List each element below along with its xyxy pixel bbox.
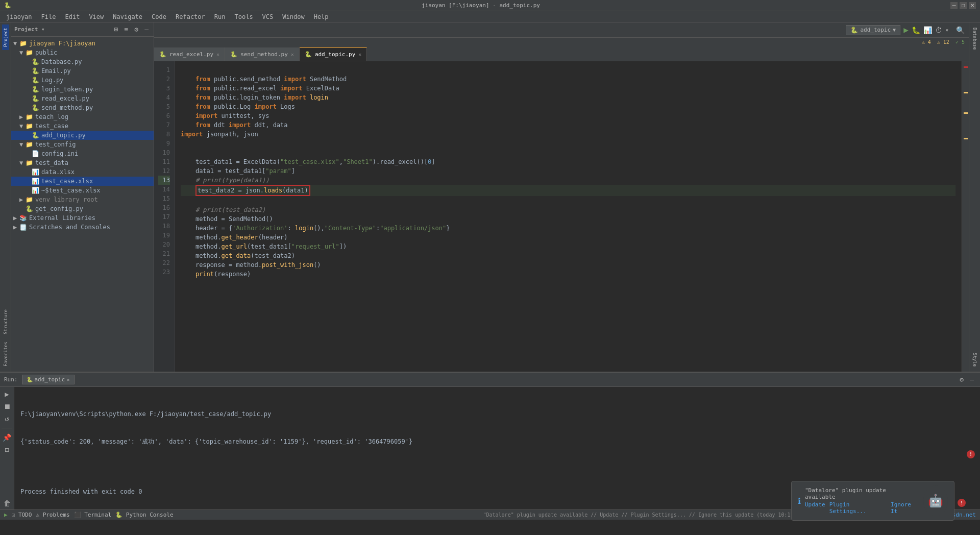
- tree-data-xlsx[interactable]: 📊 data.xlsx: [11, 167, 154, 177]
- notification-actions: Update Plugin Settings... Ignore It: [805, 501, 919, 515]
- style-tab[interactable]: Style: [971, 350, 978, 370]
- tab-read-excel-close[interactable]: ✕: [216, 52, 219, 57]
- notification-badge-2: !: [967, 450, 975, 458]
- todo-button[interactable]: ☑ TODO: [12, 512, 32, 518]
- tree-config-ini[interactable]: 📄 config.ini: [11, 149, 154, 158]
- profile-button[interactable]: ⏱: [935, 26, 942, 34]
- menu-run[interactable]: Run: [210, 12, 230, 21]
- left-activity-bar: Project Structure Favorites: [0, 22, 11, 372]
- project-settings-icon[interactable]: ⚙: [132, 25, 140, 34]
- tree-test-data[interactable]: ▼ 📁 test_data: [11, 158, 154, 167]
- favorites-tab[interactable]: Favorites: [2, 338, 9, 370]
- menu-vcs[interactable]: VCS: [258, 12, 278, 21]
- tree-send-method-py[interactable]: 🐍 send_method.py: [11, 103, 154, 112]
- menubar: jiaoyan File Edit View Navigate Code Ref…: [0, 11, 980, 22]
- menu-code[interactable]: Code: [148, 12, 170, 21]
- tab-add-topic-close[interactable]: ✕: [358, 52, 361, 57]
- tree-external-libraries[interactable]: ▶ 📚 External Libraries: [11, 213, 154, 223]
- menu-jiaoyan[interactable]: jiaoyan: [2, 12, 36, 21]
- project-collapse-icon[interactable]: ≡: [122, 25, 131, 34]
- tree-teach-log[interactable]: ▶ 📁 teach_log: [11, 112, 154, 121]
- statusbar-notice: "Datalore" plugin update available // Up…: [483, 512, 796, 518]
- run-toolbar: Run: 🐍 add_topic ✕ ⚙ —: [0, 373, 980, 387]
- coverage-button[interactable]: 📊: [923, 26, 932, 34]
- search-everywhere-icon[interactable]: 🔍: [956, 26, 965, 34]
- tree-test-case[interactable]: ▼ 📁 test_case: [11, 121, 154, 131]
- project-panel: Project ▾ ⊞ ≡ ⚙ — ▼ 📁 jiaoyan F:\jiaoyan: [11, 22, 154, 372]
- tab-add-topic[interactable]: 🐍 add_topic.py ✕: [300, 47, 368, 61]
- run-more-icon[interactable]: ▾: [945, 27, 949, 34]
- menu-edit[interactable]: Edit: [61, 12, 84, 21]
- menu-navigate[interactable]: Navigate: [109, 12, 146, 21]
- project-sync-icon[interactable]: ⊞: [112, 25, 120, 34]
- project-tree: ▼ 📁 jiaoyan F:\jiaoyan ▼ 📁 public 🐍 Data…: [11, 37, 154, 372]
- menu-window[interactable]: Window: [278, 12, 308, 21]
- project-hide-icon[interactable]: —: [142, 25, 151, 34]
- code-content: 12345 678910 1112131415 1617181920 21222…: [154, 61, 969, 372]
- tree-email-py[interactable]: 🐍 Email.py: [11, 66, 154, 76]
- line-numbers: 12345 678910 1112131415 1617181920 21222…: [154, 61, 175, 372]
- run-minimize-icon[interactable]: —: [968, 375, 976, 384]
- run-tab-selector[interactable]: 🐍 add_topic ✕: [22, 375, 75, 384]
- run-button[interactable]: ▶: [903, 25, 909, 35]
- run-status-icon[interactable]: ▶: [4, 512, 8, 518]
- tree-read-excel-py[interactable]: 🐍 read_excel.py: [11, 94, 154, 103]
- warning-bar: ⚠ 4 ⚠ 12 ✓ 5: [154, 38, 969, 47]
- menu-view[interactable]: View: [85, 12, 108, 21]
- tree-database-py[interactable]: 🐍 Database.py: [11, 57, 154, 66]
- python-console-button[interactable]: 🐍 Python Console: [115, 512, 173, 518]
- debug-button[interactable]: 🐛: [912, 26, 920, 34]
- run-play-btn[interactable]: ▶: [4, 389, 10, 399]
- tree-add-topic-py[interactable]: 🐍 add_topic.py: [11, 131, 154, 140]
- tree-venv[interactable]: ▶ 📁 venv library root: [11, 195, 154, 204]
- titlebar-title: jiaoyan [F:\jiaoyan] - add_topic.py: [422, 2, 540, 9]
- notification-popup: ℹ "Datalore" plugin update available Upd…: [791, 481, 954, 521]
- run-config-selector[interactable]: 🐍 add_topic ▼: [846, 25, 900, 35]
- terminal-button[interactable]: ⬛ Terminal: [74, 512, 112, 518]
- ignore-link[interactable]: Ignore It: [891, 501, 919, 515]
- run-rerun-btn[interactable]: ↺: [4, 414, 10, 424]
- database-tab[interactable]: Database: [971, 25, 978, 53]
- tree-public[interactable]: ▼ 📁 public: [11, 48, 154, 57]
- update-link[interactable]: Update: [805, 501, 825, 515]
- plugin-settings-link[interactable]: Plugin Settings...: [829, 501, 887, 515]
- maximize-button[interactable]: □: [960, 2, 967, 9]
- structure-tab[interactable]: Structure: [2, 306, 9, 337]
- tree-get-config-py[interactable]: 🐍 get_config.py: [11, 204, 154, 213]
- run-stop-btn[interactable]: ⏹: [3, 401, 12, 411]
- run-filter-btn[interactable]: ⊟: [4, 445, 10, 455]
- project-tab[interactable]: Project: [2, 25, 9, 50]
- notification-badge-1: !: [958, 499, 966, 507]
- menu-file[interactable]: File: [37, 12, 60, 21]
- run-pin-btn[interactable]: 📌: [2, 432, 12, 443]
- tab-read-excel[interactable]: 🐍 read_excel.py ✕: [154, 47, 225, 61]
- tree-scratches-consoles[interactable]: ▶ 🗒️ Scratches and Consoles: [11, 223, 154, 232]
- notification-content: "Datalore" plugin update available Updat…: [805, 487, 919, 515]
- run-label: Run:: [4, 376, 18, 383]
- code-area: 🐍 add_topic ▼ ▶ 🐛 📊 ⏱ ▾ 🔍 ⚠ 4 ⚠ 12 ✓ 5: [154, 22, 969, 372]
- titlebar-controls: ─ □ ✕: [950, 2, 976, 9]
- titlebar: 🐍 jiaoyan [F:\jiaoyan] - add_topic.py ─ …: [0, 0, 980, 11]
- tree-root[interactable]: ▼ 📁 jiaoyan F:\jiaoyan: [11, 39, 154, 48]
- close-button[interactable]: ✕: [969, 2, 976, 9]
- run-settings-icon[interactable]: ⚙: [958, 375, 966, 384]
- tree-test-case-xlsx[interactable]: 📊 test_case.xlsx: [11, 177, 154, 186]
- tab-send-method[interactable]: 🐍 send_method.py ✕: [225, 47, 300, 61]
- warning-count2: ⚠ 12: [937, 39, 955, 45]
- code-body[interactable]: from public.send_method import SendMetho…: [175, 61, 962, 372]
- titlebar-left: 🐍: [4, 2, 11, 9]
- tab-send-method-close[interactable]: ✕: [291, 52, 294, 57]
- run-trash-btn[interactable]: 🗑: [3, 498, 12, 508]
- menu-refactor[interactable]: Refactor: [172, 12, 209, 21]
- tree-log-py[interactable]: 🐍 Log.py: [11, 76, 154, 85]
- project-title: Project ▾: [14, 26, 45, 33]
- problems-button[interactable]: ⚠ Problems: [36, 512, 69, 518]
- minimize-button[interactable]: ─: [950, 2, 958, 9]
- menu-tools[interactable]: Tools: [230, 12, 257, 21]
- ok-count: ✓ 5: [955, 39, 965, 45]
- tree-temp-test-case-xlsx[interactable]: 📊 ~$test_case.xlsx: [11, 186, 154, 195]
- tree-login-token-py[interactable]: 🐍 login_token.py: [11, 85, 154, 94]
- tree-test-config[interactable]: ▼ 📁 test_config: [11, 140, 154, 149]
- statusbar-left: ▶ ☑ TODO ⚠ Problems ⬛ Terminal 🐍 Python …: [4, 512, 174, 518]
- menu-help[interactable]: Help: [310, 12, 333, 21]
